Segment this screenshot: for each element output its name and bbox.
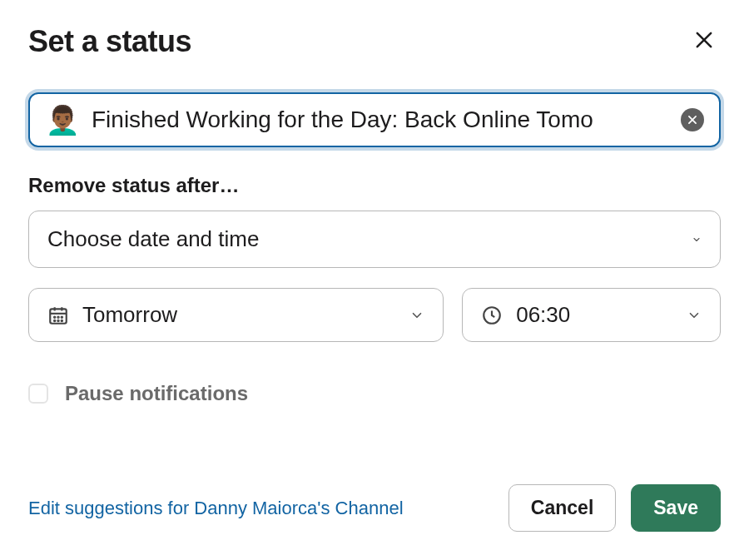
clear-status-button[interactable] (681, 108, 704, 131)
status-emoji-picker[interactable]: 👨🏾‍🦱 (45, 106, 80, 134)
save-button[interactable]: Save (631, 484, 721, 532)
cancel-button[interactable]: Cancel (508, 484, 616, 532)
clock-icon (481, 305, 503, 326)
pause-notifications-row: Pause notifications (28, 382, 721, 405)
close-icon (692, 28, 716, 52)
calendar-icon (47, 305, 69, 326)
dialog-title: Set a status (28, 24, 191, 59)
time-select[interactable]: 06:30 (462, 288, 721, 342)
pause-notifications-checkbox[interactable] (28, 384, 48, 404)
dialog-header: Set a status (28, 23, 721, 59)
dialog-footer: Edit suggestions for Danny Maiorca's Cha… (28, 484, 721, 532)
svg-point-2 (57, 316, 58, 317)
svg-point-4 (54, 320, 55, 320)
remove-after-label: Remove status after… (28, 174, 721, 197)
status-input-container: 👨🏾‍🦱 (28, 92, 721, 147)
date-time-row: Tomorrow 06:30 (28, 288, 721, 342)
chevron-down-icon (692, 235, 702, 245)
close-button[interactable] (687, 23, 721, 59)
date-value: Tomorrow (82, 302, 396, 328)
status-text-input[interactable] (92, 107, 669, 133)
svg-point-1 (54, 316, 55, 317)
set-status-dialog: Set a status 👨🏾‍🦱 Remove status after… C… (0, 0, 749, 560)
svg-point-5 (57, 320, 58, 320)
chevron-down-icon (409, 308, 424, 323)
duration-select[interactable]: Choose date and time (28, 211, 721, 268)
clear-icon (687, 114, 698, 126)
duration-value: Choose date and time (47, 226, 680, 252)
time-value: 06:30 (516, 302, 673, 328)
edit-suggestions-link[interactable]: Edit suggestions for Danny Maiorca's Cha… (28, 498, 404, 519)
date-select[interactable]: Tomorrow (28, 288, 444, 342)
svg-point-6 (62, 320, 62, 320)
svg-point-3 (62, 316, 62, 317)
chevron-down-icon (687, 308, 702, 323)
pause-notifications-label: Pause notifications (65, 382, 248, 405)
